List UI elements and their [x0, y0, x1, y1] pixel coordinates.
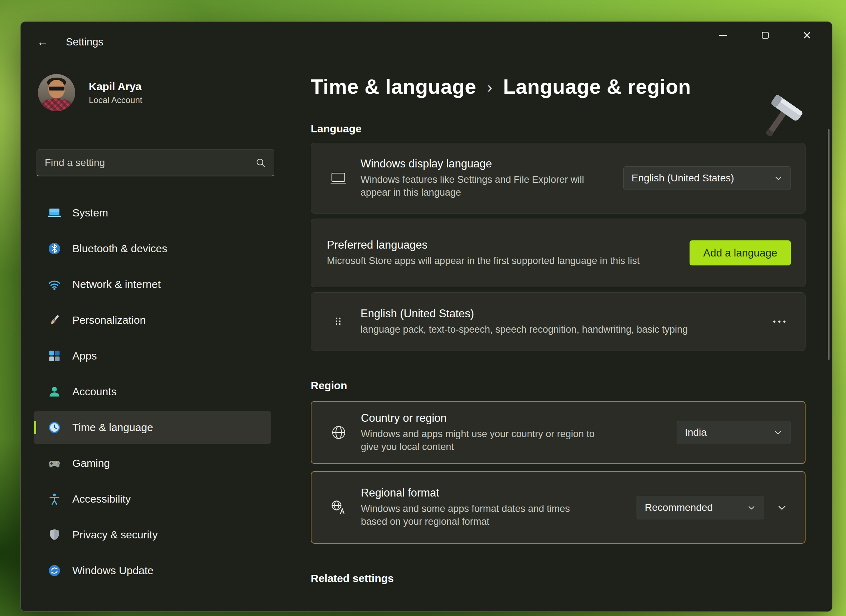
dropdown-value: English (United States)	[631, 172, 734, 184]
card-control: Recommended	[637, 496, 790, 519]
profile-text: Kapil Arya Local Account	[89, 81, 142, 105]
sidebar-item-label: Accounts	[72, 386, 116, 398]
sidebar-item-accessibility[interactable]: Accessibility	[34, 483, 271, 515]
time-language-icon	[47, 420, 62, 435]
sidebar-item-label: Apps	[72, 350, 97, 362]
sidebar-item-label: Accessibility	[72, 493, 131, 505]
maximize-button[interactable]	[753, 25, 777, 45]
language-item-card: English (United States) language pack, t…	[311, 292, 806, 351]
sidebar-item-privacy-security[interactable]: Privacy & security	[34, 518, 271, 551]
regional-format-dropdown[interactable]: Recommended	[637, 496, 764, 519]
sidebar-item-label: Time & language	[72, 421, 153, 434]
back-arrow-icon: ←	[37, 35, 49, 48]
chevron-down-icon	[747, 503, 756, 512]
regional-format-icon	[328, 499, 349, 516]
card-title: English (United States)	[360, 307, 688, 320]
search-box[interactable]	[37, 149, 274, 176]
avatar-graphic	[49, 87, 65, 91]
window-controls: ×	[711, 25, 819, 45]
sidebar-item-label: Privacy & security	[72, 529, 157, 541]
hammer-cursor-icon	[750, 93, 807, 147]
breadcrumb-parent[interactable]: Time & language	[311, 75, 477, 98]
breadcrumb: Time & language › Language & region	[311, 75, 806, 98]
network-icon	[47, 277, 62, 292]
sidebar-item-gaming[interactable]: Gaming	[34, 447, 271, 480]
sidebar: Kapil Arya Local Account System	[21, 62, 275, 612]
country-dropdown[interactable]: India	[677, 421, 790, 444]
card-title: Country or region	[361, 412, 612, 425]
language-section-heading: Language	[311, 123, 806, 135]
chevron-down-icon	[777, 503, 787, 513]
drag-handle-icon[interactable]	[328, 314, 349, 329]
sidebar-item-label: System	[72, 207, 108, 219]
sidebar-item-label: Bluetooth & devices	[72, 242, 167, 255]
card-description: Microsoft Store apps will appear in the …	[327, 255, 639, 268]
sidebar-item-apps[interactable]: Apps	[34, 339, 271, 373]
user-profile[interactable]: Kapil Arya Local Account	[38, 74, 275, 111]
search-input[interactable]	[45, 157, 255, 169]
preferred-languages-card: Preferred languages Microsoft Store apps…	[311, 219, 806, 287]
card-title: Windows display language	[360, 157, 611, 170]
selected-indicator	[34, 421, 36, 434]
card-description: Windows features like Settings and File …	[360, 173, 611, 199]
back-button[interactable]: ←	[32, 32, 53, 52]
desktop-wallpaper: { "colors": { "accent": "#a9e018", "high…	[0, 0, 846, 616]
close-button[interactable]: ×	[795, 25, 819, 45]
titlebar: ← Settings ×	[21, 22, 832, 62]
maximize-icon	[762, 32, 769, 39]
minimize-button[interactable]	[711, 25, 735, 45]
sidebar-item-network-internet[interactable]: Network & internet	[34, 268, 271, 301]
card-text: English (United States) language pack, t…	[360, 307, 688, 336]
apps-icon	[47, 349, 62, 363]
region-section-heading: Region	[311, 380, 806, 392]
window-title: Settings	[66, 36, 103, 48]
chevron-down-icon	[774, 174, 783, 182]
sidebar-item-label: Personalization	[72, 314, 146, 326]
country-region-card: Country or region Windows and apps might…	[311, 401, 806, 464]
card-text: Preferred languages Microsoft Store apps…	[327, 239, 639, 268]
settings-window: ← Settings × Kapil Arya Local Account	[21, 22, 833, 612]
windows-update-icon	[47, 563, 62, 578]
chevron-down-icon	[774, 428, 782, 437]
sidebar-nav: System Bluetooth & devices Network & int…	[34, 197, 271, 587]
dropdown-value: Recommended	[645, 502, 713, 513]
card-description: Windows and apps might use your country …	[361, 428, 612, 453]
sidebar-item-label: Gaming	[72, 457, 110, 469]
expand-card-button[interactable]	[773, 499, 790, 516]
card-description: Windows and some apps format dates and t…	[361, 503, 590, 528]
search-icon	[255, 157, 266, 168]
avatar	[38, 74, 75, 111]
sidebar-item-personalization[interactable]: Personalization	[34, 304, 271, 337]
card-description: language pack, text-to-speech, speech re…	[360, 323, 688, 336]
main-content: Time & language › Language & region Lang…	[275, 62, 832, 612]
privacy-icon	[47, 528, 62, 542]
sidebar-item-time-language[interactable]: Time & language	[34, 411, 271, 444]
account-type: Local Account	[89, 95, 142, 105]
personalization-icon	[47, 313, 62, 327]
dropdown-value: India	[685, 427, 707, 438]
display-icon	[328, 171, 349, 185]
related-settings-heading: Related settings	[311, 572, 806, 585]
globe-icon	[328, 424, 349, 441]
card-title: Regional format	[361, 487, 590, 499]
avatar-graphic	[41, 98, 72, 111]
minimize-icon	[719, 35, 727, 36]
display-language-dropdown[interactable]: English (United States)	[623, 166, 791, 190]
sidebar-item-label: Windows Update	[72, 565, 154, 576]
page-title: Language & region	[503, 75, 691, 98]
card-control: Add a language	[690, 241, 791, 265]
gaming-icon	[47, 456, 62, 471]
card-title: Preferred languages	[327, 239, 639, 251]
system-icon	[47, 206, 62, 220]
sidebar-item-bluetooth-devices[interactable]: Bluetooth & devices	[34, 232, 271, 265]
regional-format-card: Regional format Windows and some apps fo…	[311, 471, 806, 544]
card-text: Regional format Windows and some apps fo…	[361, 487, 590, 528]
sidebar-item-windows-update[interactable]: Windows Update	[34, 554, 271, 587]
bluetooth-icon	[47, 242, 62, 256]
scrollbar[interactable]	[828, 129, 830, 360]
card-control	[768, 313, 791, 330]
more-options-button[interactable]	[768, 313, 791, 330]
sidebar-item-accounts[interactable]: Accounts	[34, 375, 271, 408]
add-language-button[interactable]: Add a language	[690, 241, 791, 265]
sidebar-item-system[interactable]: System	[34, 197, 271, 229]
